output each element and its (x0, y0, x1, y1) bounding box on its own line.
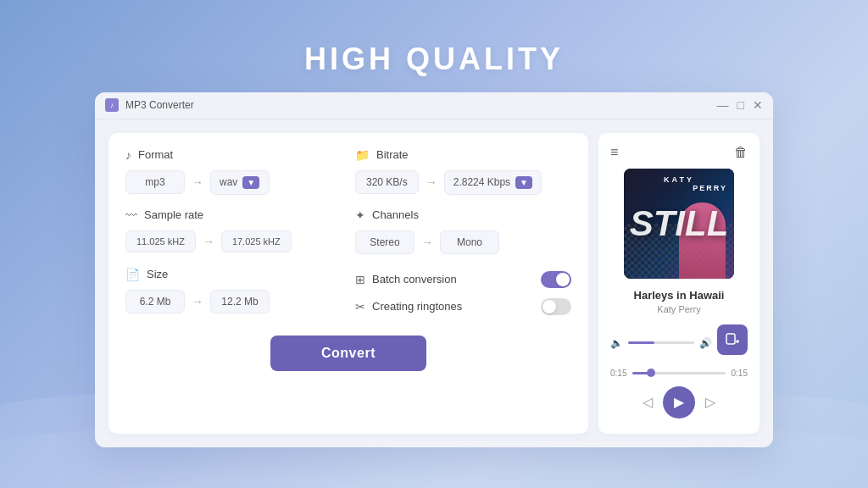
app-name: MP3 Converter (125, 99, 717, 111)
playback-controls: ◁ ▶ ▷ (643, 386, 715, 419)
sample-rate-arrow: → (203, 235, 214, 248)
page-title: HIGH QUALITY (304, 42, 564, 77)
volume-fill (628, 341, 654, 344)
delete-icon[interactable]: 🗑 (734, 145, 748, 160)
title-bar-controls: — □ ✕ (717, 99, 763, 111)
bitrate-to-dropdown[interactable]: 2.8224 Kbps ▼ (444, 170, 542, 195)
bitrate-to-value: 2.8224 Kbps (453, 176, 510, 188)
album-katy-label: KATY (664, 175, 694, 184)
format-label: Format (138, 148, 173, 161)
bitrate-icon: 📁 (355, 148, 370, 162)
format-to-value: wav (220, 176, 237, 188)
progress-bar[interactable] (632, 372, 726, 374)
size-to: 12.2 Mb (210, 290, 270, 313)
format-dropdown-arrow[interactable]: ▼ (242, 176, 259, 189)
format-icon: ♪ (125, 148, 131, 162)
channels-arrow: → (421, 236, 433, 249)
progress-thumb (647, 369, 655, 377)
ringtones-label: Creating ringtones (372, 300, 462, 313)
progress-row: 0:15 0:15 (610, 369, 748, 378)
format-from: mp3 (125, 170, 185, 194)
convert-button[interactable]: Convert (270, 336, 426, 371)
channels-from: Stereo (355, 230, 415, 254)
sample-rate-section: 〰 Sample rate 11.025 kHZ → 17.025 kHZ (125, 208, 342, 254)
sample-rate-label: Sample rate (144, 208, 203, 221)
bitrate-label: Bitrate (376, 148, 409, 161)
channels-icon: ✦ (355, 208, 365, 222)
sample-rate-from: 11.025 kHZ (125, 230, 196, 252)
channels-section: ✦ Channels Stereo → Mono (355, 208, 571, 254)
ringtones-toggle[interactable] (541, 298, 571, 315)
volume-high-icon: 🔊 (699, 337, 712, 349)
album-perry-label: PERRY (693, 184, 727, 192)
svg-rect-0 (726, 334, 735, 344)
channels-label: Channels (372, 208, 419, 221)
next-button[interactable]: ▷ (705, 394, 715, 410)
maximize-button[interactable]: □ (737, 99, 744, 111)
format-section: ♪ Format mp3 → wav ▼ (125, 148, 342, 195)
album-main-text: STILL (630, 203, 729, 244)
sample-rate-to: 17.025 kHZ (221, 230, 292, 252)
batch-conversion-toggle[interactable] (541, 271, 571, 288)
ringtones-icon: ✂ (355, 300, 365, 313)
batch-conversion-label: Batch conversion (372, 273, 457, 286)
add-library-button[interactable] (717, 324, 748, 355)
right-panel: ≡ 🗑 KATY PERRY STILL Harleys in Hawaii K… (598, 133, 760, 434)
features-section: ⊞ Batch conversion ✂ Creating ringtones (355, 271, 571, 315)
format-arrow: → (192, 175, 203, 189)
app-content: ♪ Format mp3 → wav ▼ 📁 (95, 119, 773, 447)
volume-low-icon: 🔈 (610, 337, 623, 349)
prev-button[interactable]: ◁ (643, 394, 653, 410)
size-icon: 📄 (125, 268, 140, 281)
size-from: 6.2 Mb (125, 290, 185, 313)
app-icon: ♪ (105, 98, 119, 112)
close-button[interactable]: ✕ (753, 99, 763, 111)
minimize-button[interactable]: — (717, 99, 729, 111)
bitrate-section: 📁 Bitrate 320 KB/s → 2.8224 Kbps ▼ (355, 148, 571, 195)
bitrate-dropdown-arrow[interactable]: ▼ (515, 176, 532, 189)
app-window: ♪ MP3 Converter — □ ✕ ♪ Format mp3 (95, 92, 773, 447)
album-art: KATY PERRY STILL (624, 169, 734, 279)
title-bar: ♪ MP3 Converter — □ ✕ (95, 92, 773, 119)
size-section: 📄 Size 6.2 Mb → 12.2 Mb (125, 268, 342, 313)
sample-rate-icon: 〰 (125, 208, 137, 222)
bitrate-arrow: → (426, 175, 437, 189)
format-to-dropdown[interactable]: wav ▼ (210, 170, 270, 195)
size-label: Size (147, 268, 168, 280)
batch-conversion-icon: ⊞ (355, 273, 365, 286)
time-total: 0:15 (731, 369, 748, 378)
time-current: 0:15 (610, 369, 627, 378)
size-arrow: → (192, 295, 203, 308)
volume-bar[interactable] (628, 341, 694, 344)
bitrate-from: 320 KB/s (355, 170, 419, 194)
left-panel: ♪ Format mp3 → wav ▼ 📁 (108, 133, 588, 434)
track-artist: Katy Perry (657, 304, 700, 314)
play-button[interactable]: ▶ (663, 386, 695, 419)
channels-to: Mono (440, 230, 499, 254)
playlist-icon[interactable]: ≡ (610, 145, 618, 160)
track-title: Harleys in Hawaii (634, 289, 725, 302)
